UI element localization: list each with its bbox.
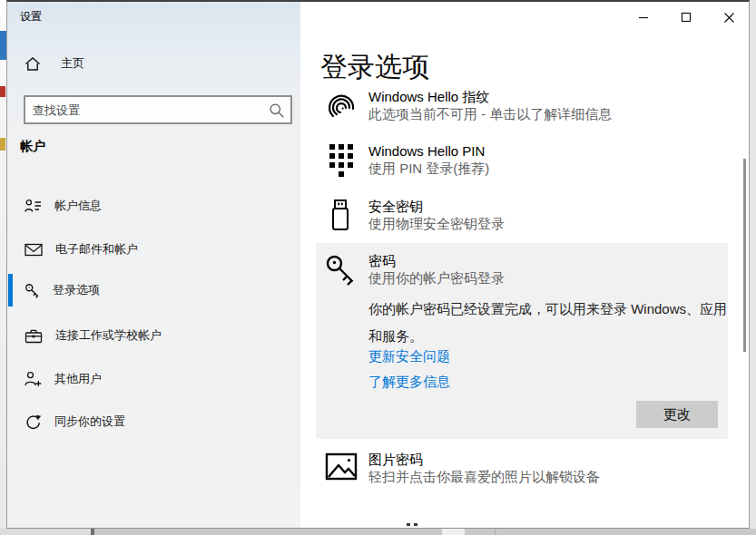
change-password-button[interactable]: 更改 — [636, 401, 718, 428]
option-title: 密码 — [368, 253, 396, 270]
option-row-hello-pin[interactable]: Windows Hello PIN 使用 PIN 登录(推荐) — [319, 142, 727, 182]
sidebar-item-label: 帐户信息 — [54, 198, 102, 214]
taskbar-fragment — [495, 529, 496, 535]
desktop-icon-fragment — [0, 138, 5, 151]
minimize-icon — [638, 12, 649, 23]
sidebar-item-work-school[interactable]: 连接工作或学校帐户 — [7, 316, 299, 355]
option-title: 图片密码 — [368, 452, 423, 469]
password-key-icon — [324, 253, 358, 287]
option-title: 安全密钥 — [368, 199, 423, 216]
taskbar-fragment — [442, 529, 465, 535]
pin-keypad-icon — [329, 144, 354, 178]
option-title: Windows Hello 指纹 — [368, 89, 489, 106]
option-subtitle: 使用 PIN 登录(推荐) — [368, 160, 489, 178]
maximize-button[interactable] — [671, 7, 702, 27]
sidebar-section-header: 帐户 — [20, 139, 45, 155]
password-status-text: 你的帐户密码已经设置完成，可以用来登录 Windows、应用和服务。 — [368, 296, 729, 350]
sidebar-item-sign-in-options[interactable]: 登录选项 — [7, 270, 299, 310]
settings-window: 设置 — [6, 0, 750, 529]
briefcase-icon — [25, 328, 43, 344]
screen: 设置 — [0, 0, 756, 535]
option-row-password[interactable]: 密码 使用你的帐户密码登录 — [319, 252, 727, 292]
sidebar-item-home[interactable]: 主页 — [25, 52, 84, 75]
usb-key-icon — [330, 199, 350, 231]
home-label: 主页 — [61, 55, 84, 72]
desktop-edge-right — [750, 0, 756, 535]
sidebar-item-email-accounts[interactable]: 电子邮件和帐户 — [7, 229, 299, 269]
taskbar-fragment — [0, 529, 91, 535]
home-icon — [25, 56, 41, 72]
sidebar-item-label: 电子邮件和帐户 — [55, 241, 138, 258]
maximize-icon — [681, 12, 692, 23]
sidebar-item-account-info[interactable]: 帐户信息 — [7, 186, 299, 226]
scrollbar-thumb[interactable] — [743, 159, 746, 352]
picture-password-icon — [325, 452, 358, 482]
sidebar-item-label: 连接工作或学校帐户 — [55, 327, 162, 344]
page-title: 登录选项 — [320, 50, 429, 84]
background-window-fragment — [0, 31, 6, 60]
next-option-peek — [407, 523, 410, 526]
sidebar-item-label: 其他用户 — [54, 371, 102, 387]
sidebar-item-sync-settings[interactable]: 同步你的设置 — [7, 402, 299, 442]
update-security-questions-link[interactable]: 更新安全问题 — [368, 348, 450, 365]
search-input[interactable] — [25, 97, 290, 122]
sync-icon — [25, 413, 42, 431]
person-details-icon — [25, 199, 42, 213]
selected-accent-bar — [8, 274, 13, 306]
option-title: Windows Hello PIN — [368, 143, 485, 159]
desktop-icon-fragment — [0, 86, 5, 97]
person-add-icon — [25, 371, 42, 387]
desktop-edge-left — [0, 0, 6, 535]
option-subtitle: 此选项当前不可用 - 单击以了解详细信息 — [368, 106, 612, 123]
search-icon — [269, 102, 285, 119]
option-subtitle: 使用物理安全密钥登录 — [368, 216, 505, 233]
key-icon — [25, 283, 40, 298]
minimize-button[interactable] — [628, 7, 659, 27]
option-subtitle: 轻扫并点击你最喜爱的照片以解锁设备 — [368, 469, 600, 486]
desktop-edge-bottom — [0, 529, 756, 535]
app-title: 设置 — [20, 9, 42, 24]
close-button[interactable] — [713, 7, 744, 27]
fingerprint-icon — [325, 90, 358, 122]
search-box — [24, 95, 292, 124]
email-icon — [25, 243, 43, 257]
close-icon — [723, 12, 735, 24]
learn-more-link[interactable]: 了解更多信息 — [368, 374, 450, 391]
taskbar-fragment — [91, 529, 94, 535]
option-row-picture-password[interactable]: 图片密码 轻扫并点击你最喜爱的照片以解锁设备 — [319, 451, 727, 491]
option-subtitle: 使用你的帐户密码登录 — [368, 270, 505, 287]
sidebar-item-other-users[interactable]: 其他用户 — [7, 359, 299, 399]
sidebar-item-label: 登录选项 — [53, 282, 100, 298]
option-row-security-key[interactable]: 安全密钥 使用物理安全密钥登录 — [319, 198, 727, 238]
option-row-hello-fingerprint[interactable]: Windows Hello 指纹 此选项当前不可用 - 单击以了解详细信息 — [319, 88, 727, 128]
sidebar-item-label: 同步你的设置 — [54, 413, 125, 430]
